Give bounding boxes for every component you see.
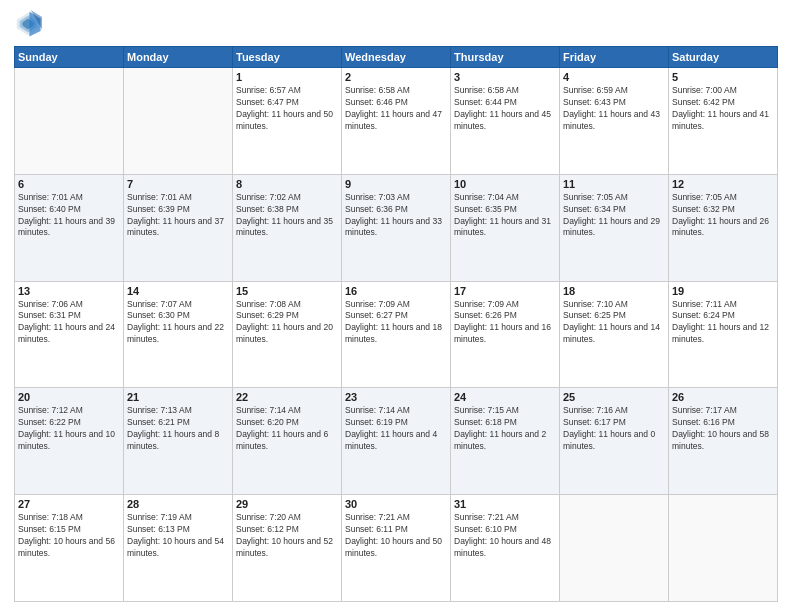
day-number: 13: [18, 285, 120, 297]
day-info: Sunrise: 6:57 AM Sunset: 6:47 PM Dayligh…: [236, 85, 338, 133]
day-info: Sunrise: 7:21 AM Sunset: 6:11 PM Dayligh…: [345, 512, 447, 560]
day-number: 30: [345, 498, 447, 510]
day-number: 29: [236, 498, 338, 510]
calendar-cell: 3Sunrise: 6:58 AM Sunset: 6:44 PM Daylig…: [451, 68, 560, 175]
calendar-cell: 12Sunrise: 7:05 AM Sunset: 6:32 PM Dayli…: [669, 174, 778, 281]
calendar-cell: [669, 495, 778, 602]
calendar-cell: 8Sunrise: 7:02 AM Sunset: 6:38 PM Daylig…: [233, 174, 342, 281]
day-number: 21: [127, 391, 229, 403]
day-info: Sunrise: 7:01 AM Sunset: 6:40 PM Dayligh…: [18, 192, 120, 240]
day-number: 18: [563, 285, 665, 297]
calendar-cell: 22Sunrise: 7:14 AM Sunset: 6:20 PM Dayli…: [233, 388, 342, 495]
day-info: Sunrise: 7:10 AM Sunset: 6:25 PM Dayligh…: [563, 299, 665, 347]
day-header-saturday: Saturday: [669, 47, 778, 68]
day-number: 6: [18, 178, 120, 190]
day-info: Sunrise: 7:16 AM Sunset: 6:17 PM Dayligh…: [563, 405, 665, 453]
day-info: Sunrise: 7:00 AM Sunset: 6:42 PM Dayligh…: [672, 85, 774, 133]
calendar-cell: 28Sunrise: 7:19 AM Sunset: 6:13 PM Dayli…: [124, 495, 233, 602]
day-info: Sunrise: 7:15 AM Sunset: 6:18 PM Dayligh…: [454, 405, 556, 453]
calendar-week-row: 27Sunrise: 7:18 AM Sunset: 6:15 PM Dayli…: [15, 495, 778, 602]
calendar-cell: 16Sunrise: 7:09 AM Sunset: 6:27 PM Dayli…: [342, 281, 451, 388]
day-info: Sunrise: 7:21 AM Sunset: 6:10 PM Dayligh…: [454, 512, 556, 560]
calendar-cell: 9Sunrise: 7:03 AM Sunset: 6:36 PM Daylig…: [342, 174, 451, 281]
day-number: 4: [563, 71, 665, 83]
day-number: 7: [127, 178, 229, 190]
day-info: Sunrise: 7:03 AM Sunset: 6:36 PM Dayligh…: [345, 192, 447, 240]
day-header-tuesday: Tuesday: [233, 47, 342, 68]
calendar-cell: 30Sunrise: 7:21 AM Sunset: 6:11 PM Dayli…: [342, 495, 451, 602]
day-number: 5: [672, 71, 774, 83]
day-info: Sunrise: 7:04 AM Sunset: 6:35 PM Dayligh…: [454, 192, 556, 240]
logo-icon: [14, 10, 42, 38]
day-info: Sunrise: 7:18 AM Sunset: 6:15 PM Dayligh…: [18, 512, 120, 560]
calendar-week-row: 20Sunrise: 7:12 AM Sunset: 6:22 PM Dayli…: [15, 388, 778, 495]
calendar-cell: [560, 495, 669, 602]
day-number: 10: [454, 178, 556, 190]
day-number: 20: [18, 391, 120, 403]
day-number: 9: [345, 178, 447, 190]
day-info: Sunrise: 7:05 AM Sunset: 6:34 PM Dayligh…: [563, 192, 665, 240]
page: SundayMondayTuesdayWednesdayThursdayFrid…: [0, 0, 792, 612]
day-number: 15: [236, 285, 338, 297]
calendar-cell: 29Sunrise: 7:20 AM Sunset: 6:12 PM Dayli…: [233, 495, 342, 602]
day-number: 27: [18, 498, 120, 510]
day-number: 2: [345, 71, 447, 83]
day-info: Sunrise: 7:07 AM Sunset: 6:30 PM Dayligh…: [127, 299, 229, 347]
day-info: Sunrise: 7:14 AM Sunset: 6:19 PM Dayligh…: [345, 405, 447, 453]
day-number: 25: [563, 391, 665, 403]
calendar-cell: 1Sunrise: 6:57 AM Sunset: 6:47 PM Daylig…: [233, 68, 342, 175]
day-info: Sunrise: 7:17 AM Sunset: 6:16 PM Dayligh…: [672, 405, 774, 453]
calendar-cell: 14Sunrise: 7:07 AM Sunset: 6:30 PM Dayli…: [124, 281, 233, 388]
calendar-cell: 10Sunrise: 7:04 AM Sunset: 6:35 PM Dayli…: [451, 174, 560, 281]
calendar-cell: 4Sunrise: 6:59 AM Sunset: 6:43 PM Daylig…: [560, 68, 669, 175]
day-number: 19: [672, 285, 774, 297]
day-number: 8: [236, 178, 338, 190]
calendar-cell: 21Sunrise: 7:13 AM Sunset: 6:21 PM Dayli…: [124, 388, 233, 495]
calendar-cell: 19Sunrise: 7:11 AM Sunset: 6:24 PM Dayli…: [669, 281, 778, 388]
day-info: Sunrise: 6:58 AM Sunset: 6:46 PM Dayligh…: [345, 85, 447, 133]
day-number: 1: [236, 71, 338, 83]
calendar-cell: [124, 68, 233, 175]
day-info: Sunrise: 7:09 AM Sunset: 6:26 PM Dayligh…: [454, 299, 556, 347]
calendar-cell: 18Sunrise: 7:10 AM Sunset: 6:25 PM Dayli…: [560, 281, 669, 388]
calendar-cell: 31Sunrise: 7:21 AM Sunset: 6:10 PM Dayli…: [451, 495, 560, 602]
day-header-friday: Friday: [560, 47, 669, 68]
calendar-week-row: 6Sunrise: 7:01 AM Sunset: 6:40 PM Daylig…: [15, 174, 778, 281]
day-info: Sunrise: 7:11 AM Sunset: 6:24 PM Dayligh…: [672, 299, 774, 347]
calendar-cell: 6Sunrise: 7:01 AM Sunset: 6:40 PM Daylig…: [15, 174, 124, 281]
day-info: Sunrise: 7:05 AM Sunset: 6:32 PM Dayligh…: [672, 192, 774, 240]
calendar-week-row: 1Sunrise: 6:57 AM Sunset: 6:47 PM Daylig…: [15, 68, 778, 175]
calendar-cell: 17Sunrise: 7:09 AM Sunset: 6:26 PM Dayli…: [451, 281, 560, 388]
day-number: 31: [454, 498, 556, 510]
day-info: Sunrise: 7:19 AM Sunset: 6:13 PM Dayligh…: [127, 512, 229, 560]
day-number: 17: [454, 285, 556, 297]
calendar-cell: 20Sunrise: 7:12 AM Sunset: 6:22 PM Dayli…: [15, 388, 124, 495]
calendar-cell: 15Sunrise: 7:08 AM Sunset: 6:29 PM Dayli…: [233, 281, 342, 388]
day-number: 24: [454, 391, 556, 403]
calendar-cell: 25Sunrise: 7:16 AM Sunset: 6:17 PM Dayli…: [560, 388, 669, 495]
day-info: Sunrise: 7:20 AM Sunset: 6:12 PM Dayligh…: [236, 512, 338, 560]
day-number: 22: [236, 391, 338, 403]
day-number: 23: [345, 391, 447, 403]
calendar-cell: 13Sunrise: 7:06 AM Sunset: 6:31 PM Dayli…: [15, 281, 124, 388]
day-number: 16: [345, 285, 447, 297]
calendar-week-row: 13Sunrise: 7:06 AM Sunset: 6:31 PM Dayli…: [15, 281, 778, 388]
day-info: Sunrise: 7:06 AM Sunset: 6:31 PM Dayligh…: [18, 299, 120, 347]
day-info: Sunrise: 6:59 AM Sunset: 6:43 PM Dayligh…: [563, 85, 665, 133]
calendar-cell: 23Sunrise: 7:14 AM Sunset: 6:19 PM Dayli…: [342, 388, 451, 495]
header: [14, 10, 778, 38]
day-number: 12: [672, 178, 774, 190]
calendar-cell: 27Sunrise: 7:18 AM Sunset: 6:15 PM Dayli…: [15, 495, 124, 602]
calendar-cell: 26Sunrise: 7:17 AM Sunset: 6:16 PM Dayli…: [669, 388, 778, 495]
calendar-cell: 24Sunrise: 7:15 AM Sunset: 6:18 PM Dayli…: [451, 388, 560, 495]
logo: [14, 10, 46, 38]
day-number: 28: [127, 498, 229, 510]
calendar-header-row: SundayMondayTuesdayWednesdayThursdayFrid…: [15, 47, 778, 68]
day-info: Sunrise: 6:58 AM Sunset: 6:44 PM Dayligh…: [454, 85, 556, 133]
day-number: 14: [127, 285, 229, 297]
day-info: Sunrise: 7:02 AM Sunset: 6:38 PM Dayligh…: [236, 192, 338, 240]
day-info: Sunrise: 7:08 AM Sunset: 6:29 PM Dayligh…: [236, 299, 338, 347]
calendar-cell: [15, 68, 124, 175]
day-header-wednesday: Wednesday: [342, 47, 451, 68]
day-info: Sunrise: 7:01 AM Sunset: 6:39 PM Dayligh…: [127, 192, 229, 240]
